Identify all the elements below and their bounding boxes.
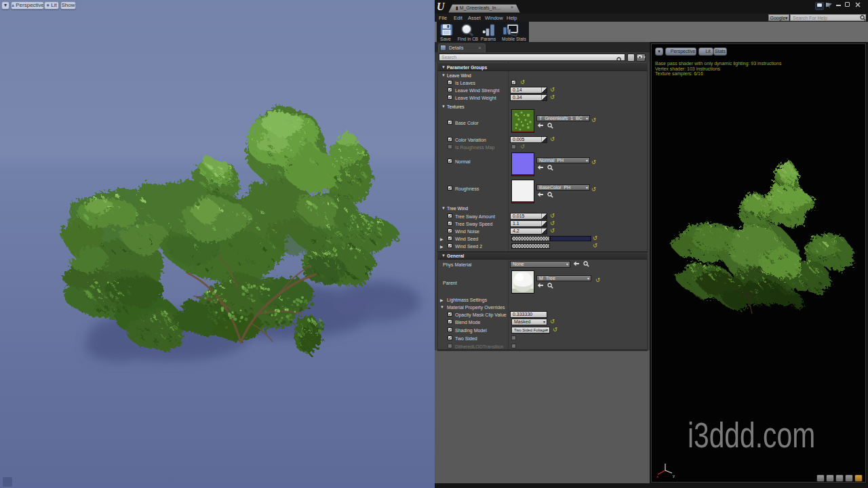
svg-text:x: x [656,474,658,479]
svg-text:y: y [673,474,675,478]
